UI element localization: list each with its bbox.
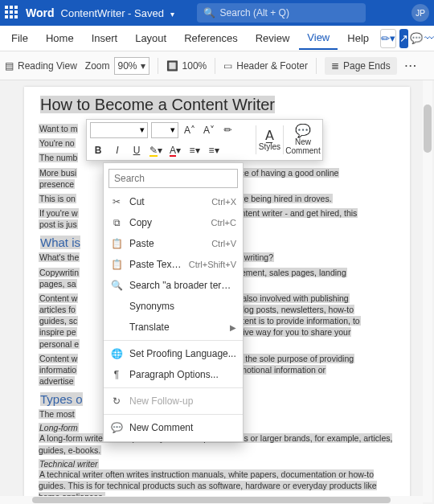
search-input[interactable]: 🔍 Search (Alt + Q) bbox=[197, 3, 366, 23]
horizontal-scrollbar[interactable] bbox=[0, 496, 423, 504]
grow-font-button[interactable]: A˄ bbox=[182, 122, 198, 138]
menu-search-selection[interactable]: 🔍Search "a broader term as a..." bbox=[104, 275, 243, 296]
numbering-button[interactable]: ≡▾ bbox=[206, 142, 222, 158]
tab-home[interactable]: Home bbox=[38, 27, 82, 49]
paste-text-icon: 📋 bbox=[110, 259, 123, 270]
tab-view[interactable]: View bbox=[299, 27, 338, 50]
menu-paragraph-options[interactable]: ¶Paragraph Options... bbox=[104, 364, 243, 385]
font-size-combo[interactable]: ▾ bbox=[151, 122, 178, 138]
styles-button[interactable]: A̲ Styles bbox=[256, 120, 283, 160]
page-ends-button[interactable]: ≣ Page Ends bbox=[325, 57, 397, 75]
font-color-button[interactable]: A▾ bbox=[167, 142, 183, 158]
titlebar: Word ContentWriter - Saved 🔍 Search (Alt… bbox=[0, 0, 434, 26]
comment-icon: 💬 bbox=[110, 422, 123, 433]
context-menu: ✂CutCtrl+X ⧉CopyCtrl+C 📋PasteCtrl+V 📋Pas… bbox=[103, 162, 244, 442]
tab-help[interactable]: Help bbox=[339, 27, 377, 49]
filename-dropdown[interactable]: ContentWriter - Saved bbox=[61, 7, 174, 19]
tab-review[interactable]: Review bbox=[248, 27, 298, 49]
search-icon: 🔍 bbox=[203, 7, 215, 18]
copy-icon: ⧉ bbox=[110, 217, 123, 228]
chevron-down-icon: ▾ bbox=[141, 60, 145, 72]
catchup-button[interactable]: 〰 bbox=[424, 29, 434, 48]
zoom-100-button[interactable]: 🔲 100% bbox=[166, 60, 207, 72]
shrink-font-button[interactable]: A˅ bbox=[201, 122, 217, 138]
paste-icon: 📋 bbox=[110, 238, 123, 249]
search-icon: 🔍 bbox=[110, 280, 123, 291]
tab-layout[interactable]: Layout bbox=[127, 27, 174, 49]
avatar[interactable]: JP bbox=[411, 4, 429, 22]
view-toolbar: ▤ Reading View Zoom 90%▾ 🔲 100% ▭ Header… bbox=[0, 51, 434, 80]
menu-copy[interactable]: ⧉CopyCtrl+C bbox=[104, 212, 243, 233]
italic-button[interactable]: I bbox=[109, 142, 125, 158]
doc-title: How to Become a Content Writer bbox=[39, 95, 395, 115]
zoom-label: Zoom bbox=[85, 60, 110, 72]
menu-synonyms[interactable]: Synonyms bbox=[104, 296, 243, 317]
submenu-arrow-icon: ▶ bbox=[230, 323, 236, 332]
vertical-scrollbar[interactable] bbox=[423, 80, 432, 502]
chevron-down-icon: ▾ bbox=[140, 125, 145, 135]
app-name: Word bbox=[26, 6, 55, 19]
context-search-input[interactable] bbox=[108, 169, 238, 188]
chevron-down-icon: ▾ bbox=[170, 125, 175, 135]
header-footer-button[interactable]: ▭ Header & Footer bbox=[223, 60, 308, 72]
font-family-combo[interactable]: ▾ bbox=[90, 122, 148, 138]
zoom-100-icon: 🔲 bbox=[166, 60, 178, 72]
styles-icon: A̲ bbox=[265, 129, 274, 142]
cut-icon: ✂ bbox=[110, 196, 123, 207]
menu-paste[interactable]: 📋PasteCtrl+V bbox=[104, 233, 243, 254]
highlight-button[interactable]: ✎▾ bbox=[148, 142, 164, 158]
pen-mode-button[interactable]: ✎▾ bbox=[380, 29, 396, 48]
menu-cut[interactable]: ✂CutCtrl+X bbox=[104, 191, 243, 212]
underline-button[interactable]: U bbox=[129, 142, 145, 158]
tab-insert[interactable]: Insert bbox=[84, 27, 126, 49]
mini-format-toolbar: ▾ ▾ A˄ A˅ ✎ B I U ✎▾ A▾ ≡▾ ≡▾ A̲ Styles … bbox=[86, 119, 323, 161]
tab-references[interactable]: References bbox=[176, 27, 245, 49]
globe-icon: 🌐 bbox=[110, 348, 123, 359]
menu-paste-text-only[interactable]: 📋Paste Text OnlyCtrl+Shift+V bbox=[104, 254, 243, 275]
reading-view-button[interactable]: ▤ Reading View bbox=[5, 60, 77, 72]
menubar: File Home Insert Layout References Revie… bbox=[0, 26, 434, 51]
comment-icon: 💬 bbox=[295, 125, 311, 137]
new-comment-button[interactable]: 💬 New Comment bbox=[284, 120, 322, 160]
app-launcher-icon[interactable] bbox=[5, 6, 19, 20]
reading-view-icon: ▤ bbox=[5, 60, 14, 72]
share-button[interactable]: ↗ bbox=[399, 29, 408, 48]
header-footer-icon: ▭ bbox=[223, 60, 232, 72]
bullets-button[interactable]: ≡▾ bbox=[186, 142, 203, 158]
comments-button[interactable]: 💬 bbox=[410, 29, 423, 48]
followup-icon: ↻ bbox=[110, 395, 123, 407]
menu-new-followup: ↻New Follow-up bbox=[104, 391, 243, 412]
search-container: 🔍 Search (Alt + Q) bbox=[197, 3, 405, 23]
paragraph-icon: ¶ bbox=[110, 369, 123, 380]
toolbar-overflow[interactable]: ··· bbox=[405, 60, 418, 72]
menu-translate[interactable]: Translate▶ bbox=[104, 317, 243, 338]
zoom-dropdown[interactable]: 90%▾ bbox=[114, 57, 149, 75]
tab-file[interactable]: File bbox=[3, 27, 36, 49]
bold-button[interactable]: B bbox=[90, 142, 106, 158]
page-ends-icon: ≣ bbox=[331, 60, 339, 72]
menu-proofing-language[interactable]: 🌐Set Proofing Language... bbox=[104, 343, 243, 364]
menu-new-comment[interactable]: 💬New Comment bbox=[104, 417, 243, 438]
format-painter-button[interactable]: ✎ bbox=[220, 122, 236, 138]
